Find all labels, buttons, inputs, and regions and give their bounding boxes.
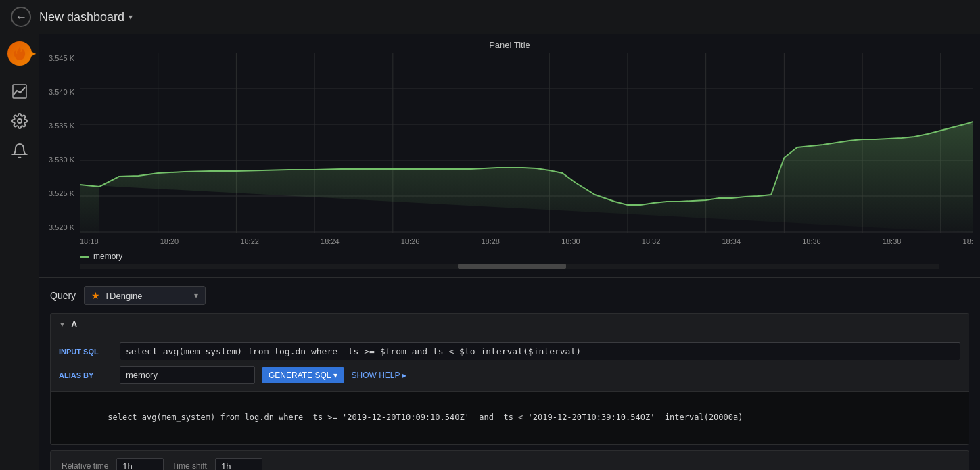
alias-by-row: ALIAS BY GENERATE SQL ▾ SHOW HELP ▸ <box>59 366 960 384</box>
header-title: New dashboard ▾ <box>39 10 133 24</box>
generate-sql-button[interactable]: GENERATE SQL ▾ <box>262 367 344 383</box>
datasource-star-icon: ★ <box>91 290 100 301</box>
time-section: Relative time Time shift <box>50 450 969 470</box>
y-label-3: 3.530 K <box>49 156 74 164</box>
relative-time-label: Relative time <box>62 461 108 470</box>
show-help-label: SHOW HELP ▸ <box>351 371 406 380</box>
x-label-2: 18:22 <box>240 237 259 245</box>
input-sql-field[interactable] <box>120 342 960 360</box>
flame-icon <box>7 41 32 66</box>
sidebar-item-alerts[interactable] <box>6 137 33 164</box>
datasource-selector[interactable]: ★ TDengine ▾ <box>84 286 206 305</box>
show-help-button[interactable]: SHOW HELP ▸ <box>351 371 406 380</box>
query-fields: INPUT SQL ALIAS BY GENERATE SQL ▾ SHOW H… <box>51 335 969 391</box>
chart-line-icon <box>11 83 28 99</box>
x-label-0: 18:18 <box>80 237 99 245</box>
y-label-4: 3.525 K <box>49 189 74 197</box>
input-sql-label: INPUT SQL <box>59 348 113 356</box>
x-label-9: 18:36 <box>802 237 821 245</box>
back-button[interactable]: ← <box>11 7 31 27</box>
generate-dropdown-icon: ▾ <box>333 371 337 380</box>
x-axis: 18:18 18:20 18:22 18:24 18:26 18:28 18:3… <box>80 235 973 248</box>
input-sql-row: INPUT SQL <box>59 342 960 360</box>
x-label-11: 18: <box>963 237 973 245</box>
content-area: Panel Title 3.545 K 3.540 K 3.535 K 3.53… <box>39 34 980 470</box>
sidebar <box>0 34 39 470</box>
flame-svg <box>11 45 28 62</box>
chart-scrollbar[interactable] <box>80 264 939 269</box>
alias-by-label: ALIAS BY <box>59 371 113 379</box>
chart-legend: memory <box>39 249 980 264</box>
y-label-5: 3.520 K <box>49 223 74 231</box>
y-label-1: 3.540 K <box>49 88 74 96</box>
x-label-8: 18:34 <box>722 237 741 245</box>
x-label-3: 18:24 <box>321 237 340 245</box>
sidebar-item-chart[interactable] <box>6 78 33 105</box>
collapse-arrow-icon[interactable]: ▼ <box>59 321 66 328</box>
y-label-0: 3.545 K <box>49 54 74 62</box>
generate-sql-label: GENERATE SQL <box>269 371 331 380</box>
y-axis: 3.545 K 3.540 K 3.535 K 3.530 K 3.525 K … <box>39 53 80 233</box>
x-label-5: 18:28 <box>481 237 500 245</box>
chart-wrapper: 3.545 K 3.540 K 3.535 K 3.530 K 3.525 K … <box>39 53 980 249</box>
time-shift-label: Time shift <box>172 461 207 470</box>
x-label-4: 18:26 <box>401 237 420 245</box>
legend-label: memory <box>93 252 122 261</box>
main-layout: Panel Title 3.545 K 3.540 K 3.535 K 3.53… <box>0 34 980 470</box>
datasource-name: TDengine <box>104 291 190 301</box>
svg-rect-0 <box>13 85 26 98</box>
gear-icon <box>11 113 28 129</box>
x-label-7: 18:32 <box>642 237 661 245</box>
x-label-10: 18:38 <box>883 237 902 245</box>
query-header: Query ★ TDengine ▾ <box>39 286 980 313</box>
query-block-a: ▼ A INPUT SQL ALIAS BY GENERATE SQL <box>50 313 969 445</box>
generated-sql-text: select avg(mem_system) from log.dn where… <box>108 413 743 422</box>
chevron-down-icon[interactable]: ▾ <box>129 12 133 22</box>
legend-color-swatch <box>80 256 89 258</box>
sidebar-logo[interactable] <box>6 40 33 67</box>
chart-section: Panel Title 3.545 K 3.540 K 3.535 K 3.53… <box>39 34 980 278</box>
alias-by-field[interactable] <box>120 366 255 384</box>
bell-icon <box>11 143 28 159</box>
y-label-2: 3.535 K <box>49 122 74 130</box>
time-shift-input[interactable] <box>215 458 262 470</box>
relative-time-input[interactable] <box>116 458 164 470</box>
dashboard-title: New dashboard <box>39 10 124 24</box>
query-block-header: ▼ A <box>51 314 969 335</box>
x-label-1: 18:20 <box>160 237 179 245</box>
generated-sql-display: select avg(mem_system) from log.dn where… <box>51 391 969 444</box>
sidebar-item-settings[interactable] <box>6 108 33 135</box>
x-label-6: 18:30 <box>561 237 580 245</box>
scrollbar-thumb[interactable] <box>458 264 566 269</box>
header: ← New dashboard ▾ <box>0 0 980 34</box>
chart-svg <box>80 53 973 233</box>
datasource-dropdown-icon: ▾ <box>194 291 198 300</box>
back-icon: ← <box>15 10 27 24</box>
query-id-label: A <box>71 319 77 329</box>
panel-title: Panel Title <box>39 34 980 53</box>
svg-point-1 <box>18 119 22 123</box>
query-section: Query ★ TDengine ▾ ▼ A INPUT SQL <box>39 278 980 470</box>
query-label: Query <box>50 290 76 301</box>
